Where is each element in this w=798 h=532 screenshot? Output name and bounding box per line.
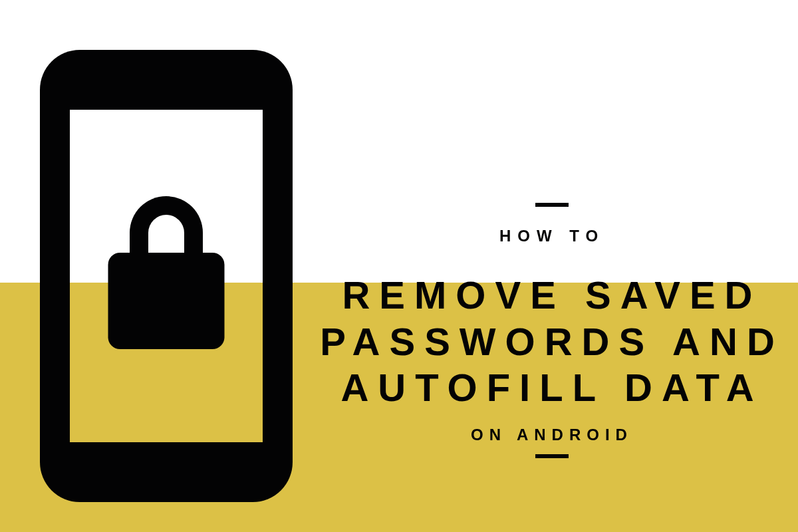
divider-bottom (535, 454, 569, 458)
main-title: REMOVE SAVED PASSWORDS AND AUTOFILL DATA (306, 272, 798, 411)
phone-screen-area (70, 110, 263, 442)
eyebrow-text: HOW TO (306, 227, 798, 245)
lock-icon (106, 196, 226, 349)
text-content-area: HOW TO REMOVE SAVED PASSWORDS AND AUTOFI… (306, 203, 798, 458)
lock-body (108, 253, 225, 349)
divider-top (535, 203, 569, 207)
phone-silhouette-icon (40, 50, 293, 502)
subtitle-text: ON ANDROID (306, 426, 798, 444)
